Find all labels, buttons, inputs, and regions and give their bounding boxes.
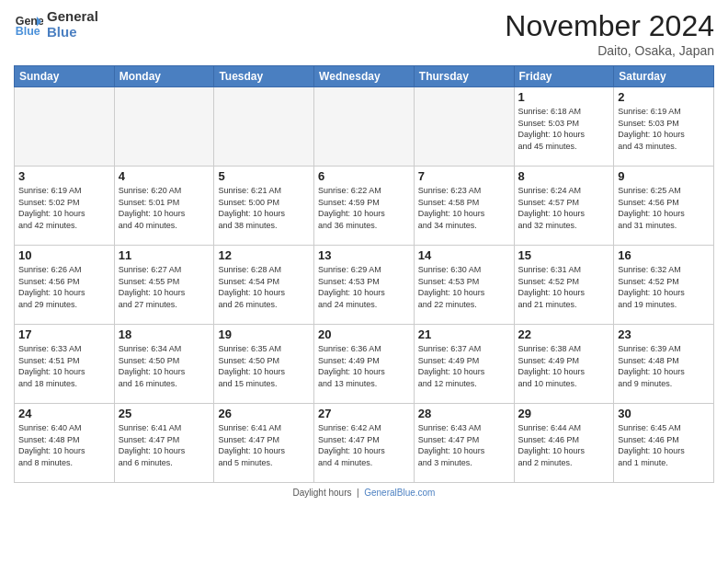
calendar-cell: 2Sunrise: 6:19 AM Sunset: 5:03 PM Daylig…	[614, 87, 714, 167]
calendar-cell: 18Sunrise: 6:34 AM Sunset: 4:50 PM Dayli…	[114, 325, 214, 404]
month-title: November 2024	[505, 9, 714, 43]
calendar-cell	[15, 87, 115, 167]
day-info: Sunrise: 6:35 AM Sunset: 4:50 PM Dayligh…	[218, 343, 310, 389]
calendar-cell: 5Sunrise: 6:21 AM Sunset: 5:00 PM Daylig…	[214, 167, 314, 246]
day-number: 20	[318, 327, 410, 341]
footer-text: Daylight hours	[293, 488, 352, 498]
day-number: 17	[18, 327, 110, 341]
day-info: Sunrise: 6:26 AM Sunset: 4:56 PM Dayligh…	[18, 264, 110, 310]
day-info: Sunrise: 6:19 AM Sunset: 5:03 PM Dayligh…	[618, 106, 710, 152]
day-info: Sunrise: 6:27 AM Sunset: 4:55 PM Dayligh…	[119, 264, 210, 310]
day-number: 28	[418, 407, 510, 420]
main-container: General Blue General Blue November 2024 …	[0, 0, 728, 563]
day-number: 6	[318, 169, 410, 183]
day-number: 11	[119, 248, 210, 262]
calendar-cell: 12Sunrise: 6:28 AM Sunset: 4:54 PM Dayli…	[214, 246, 314, 325]
calendar-cell: 14Sunrise: 6:30 AM Sunset: 4:53 PM Dayli…	[414, 246, 514, 325]
day-info: Sunrise: 6:39 AM Sunset: 4:48 PM Dayligh…	[618, 343, 710, 389]
day-info: Sunrise: 6:37 AM Sunset: 4:49 PM Dayligh…	[418, 343, 510, 389]
day-info: Sunrise: 6:34 AM Sunset: 4:50 PM Dayligh…	[119, 343, 210, 389]
day-info: Sunrise: 6:31 AM Sunset: 4:52 PM Dayligh…	[518, 264, 610, 310]
day-number: 7	[418, 169, 510, 183]
day-info: Sunrise: 6:21 AM Sunset: 5:00 PM Dayligh…	[218, 185, 310, 231]
calendar-cell	[114, 87, 214, 167]
logo-line2: Blue	[47, 25, 98, 40]
svg-text:Blue: Blue	[16, 24, 40, 37]
weekday-friday: Friday	[514, 66, 614, 87]
weekday-thursday: Thursday	[414, 66, 514, 87]
weekday-monday: Monday	[114, 66, 214, 87]
day-info: Sunrise: 6:43 AM Sunset: 4:47 PM Dayligh…	[418, 422, 510, 468]
day-info: Sunrise: 6:45 AM Sunset: 4:46 PM Dayligh…	[618, 422, 710, 468]
calendar-cell: 19Sunrise: 6:35 AM Sunset: 4:50 PM Dayli…	[214, 325, 314, 404]
day-info: Sunrise: 6:22 AM Sunset: 4:59 PM Dayligh…	[318, 185, 410, 231]
day-number: 10	[18, 248, 110, 262]
week-row-3: 10Sunrise: 6:26 AM Sunset: 4:56 PM Dayli…	[15, 246, 714, 325]
day-info: Sunrise: 6:20 AM Sunset: 5:01 PM Dayligh…	[119, 185, 210, 231]
day-number: 19	[218, 327, 310, 341]
day-number: 27	[318, 407, 410, 420]
week-row-1: 1Sunrise: 6:18 AM Sunset: 5:03 PM Daylig…	[15, 87, 714, 167]
logo: General Blue General Blue	[14, 9, 98, 40]
calendar-cell: 11Sunrise: 6:27 AM Sunset: 4:55 PM Dayli…	[114, 246, 214, 325]
calendar-cell: 1Sunrise: 6:18 AM Sunset: 5:03 PM Daylig…	[514, 87, 614, 167]
calendar-cell	[314, 87, 415, 167]
calendar-header: SundayMondayTuesdayWednesdayThursdayFrid…	[15, 66, 714, 87]
day-number: 24	[18, 407, 110, 420]
day-info: Sunrise: 6:33 AM Sunset: 4:51 PM Dayligh…	[18, 343, 110, 389]
day-number: 29	[518, 407, 610, 420]
calendar-cell: 9Sunrise: 6:25 AM Sunset: 4:56 PM Daylig…	[614, 167, 714, 246]
calendar-cell: 7Sunrise: 6:23 AM Sunset: 4:58 PM Daylig…	[414, 167, 514, 246]
day-info: Sunrise: 6:28 AM Sunset: 4:54 PM Dayligh…	[218, 264, 310, 310]
calendar-cell: 4Sunrise: 6:20 AM Sunset: 5:01 PM Daylig…	[114, 167, 214, 246]
calendar-cell: 3Sunrise: 6:19 AM Sunset: 5:02 PM Daylig…	[15, 167, 115, 246]
calendar-body: 1Sunrise: 6:18 AM Sunset: 5:03 PM Daylig…	[15, 87, 714, 483]
day-number: 1	[518, 90, 610, 104]
day-number: 12	[218, 248, 310, 262]
day-info: Sunrise: 6:41 AM Sunset: 4:47 PM Dayligh…	[218, 422, 310, 468]
weekday-header-row: SundayMondayTuesdayWednesdayThursdayFrid…	[15, 66, 714, 87]
calendar-cell	[214, 87, 314, 167]
week-row-5: 24Sunrise: 6:40 AM Sunset: 4:48 PM Dayli…	[15, 404, 714, 483]
day-number: 30	[618, 407, 710, 420]
day-info: Sunrise: 6:25 AM Sunset: 4:56 PM Dayligh…	[618, 185, 710, 231]
calendar-cell: 27Sunrise: 6:42 AM Sunset: 4:47 PM Dayli…	[314, 404, 415, 483]
day-info: Sunrise: 6:32 AM Sunset: 4:52 PM Dayligh…	[618, 264, 710, 310]
calendar-cell: 21Sunrise: 6:37 AM Sunset: 4:49 PM Dayli…	[414, 325, 514, 404]
week-row-4: 17Sunrise: 6:33 AM Sunset: 4:51 PM Dayli…	[15, 325, 714, 404]
day-number: 4	[119, 169, 210, 183]
weekday-tuesday: Tuesday	[214, 66, 314, 87]
day-info: Sunrise: 6:30 AM Sunset: 4:53 PM Dayligh…	[418, 264, 510, 310]
calendar-cell: 28Sunrise: 6:43 AM Sunset: 4:47 PM Dayli…	[414, 404, 514, 483]
weekday-sunday: Sunday	[15, 66, 115, 87]
day-number: 3	[18, 169, 110, 183]
calendar-cell: 17Sunrise: 6:33 AM Sunset: 4:51 PM Dayli…	[15, 325, 115, 404]
day-info: Sunrise: 6:29 AM Sunset: 4:53 PM Dayligh…	[318, 264, 410, 310]
footer-link[interactable]: GeneralBlue.com	[364, 488, 435, 498]
day-info: Sunrise: 6:41 AM Sunset: 4:47 PM Dayligh…	[119, 422, 210, 468]
calendar-cell: 13Sunrise: 6:29 AM Sunset: 4:53 PM Dayli…	[314, 246, 415, 325]
day-number: 14	[418, 248, 510, 262]
day-number: 25	[119, 407, 210, 420]
day-info: Sunrise: 6:42 AM Sunset: 4:47 PM Dayligh…	[318, 422, 410, 468]
day-number: 5	[218, 169, 310, 183]
day-number: 2	[618, 90, 710, 104]
day-info: Sunrise: 6:23 AM Sunset: 4:58 PM Dayligh…	[418, 185, 510, 231]
calendar-cell: 24Sunrise: 6:40 AM Sunset: 4:48 PM Dayli…	[15, 404, 115, 483]
calendar-cell: 15Sunrise: 6:31 AM Sunset: 4:52 PM Dayli…	[514, 246, 614, 325]
calendar-cell: 23Sunrise: 6:39 AM Sunset: 4:48 PM Dayli…	[614, 325, 714, 404]
calendar-table: SundayMondayTuesdayWednesdayThursdayFrid…	[14, 65, 714, 483]
calendar-cell: 29Sunrise: 6:44 AM Sunset: 4:46 PM Dayli…	[514, 404, 614, 483]
weekday-wednesday: Wednesday	[314, 66, 415, 87]
day-number: 13	[318, 248, 410, 262]
day-info: Sunrise: 6:38 AM Sunset: 4:49 PM Dayligh…	[518, 343, 610, 389]
footer: Daylight hours | GeneralBlue.com	[14, 488, 714, 498]
calendar-cell: 26Sunrise: 6:41 AM Sunset: 4:47 PM Dayli…	[214, 404, 314, 483]
logo-icon: General Blue	[14, 10, 43, 40]
logo-line1: General	[47, 9, 98, 25]
day-info: Sunrise: 6:44 AM Sunset: 4:46 PM Dayligh…	[518, 422, 610, 468]
day-info: Sunrise: 6:24 AM Sunset: 4:57 PM Dayligh…	[518, 185, 610, 231]
location: Daito, Osaka, Japan	[505, 43, 714, 58]
day-info: Sunrise: 6:40 AM Sunset: 4:48 PM Dayligh…	[18, 422, 110, 468]
day-number: 16	[618, 248, 710, 262]
